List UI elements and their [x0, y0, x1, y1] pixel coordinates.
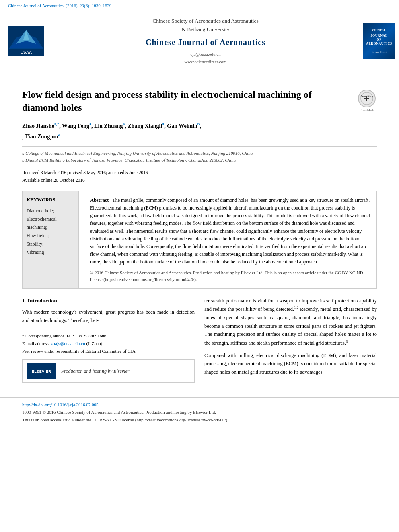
- mini-journal-cover: CHINESE JOURNAL OF AERONAUTICS Science D…: [363, 23, 395, 59]
- footer-doi[interactable]: http://dx.doi.org/10.1016/j.cja.2016.07.…: [22, 401, 377, 409]
- journal-title: Chinese Journal of Aeronautics: [146, 36, 265, 48]
- received-date: Received 8 March 2016; revised 3 May 201…: [22, 169, 377, 177]
- keyword-3: Flow fields;: [27, 232, 74, 240]
- crossmark-icon: CrossMark: [360, 92, 373, 105]
- col-right: ter stealth performance is vital for a w…: [204, 297, 377, 383]
- elsevier-section: ELSEVIER Production and hosting by Elsev…: [22, 359, 195, 383]
- keyword-5: Vibrating: [27, 248, 74, 257]
- paper-title: Flow field design and process stability …: [22, 88, 349, 114]
- two-col-body: 1. Introduction With modern technology's…: [22, 297, 377, 383]
- intro-para3: Compared with milling, electrical discha…: [204, 351, 377, 376]
- abstract-copyright: © 2016 Chinese Society of Aeronautics an…: [90, 269, 372, 283]
- keyword-2: Electrochemical machining;: [27, 215, 74, 232]
- society-name: Chinese Society of Aeronautics and Astro…: [152, 16, 259, 34]
- keyword-4: Stability;: [27, 240, 74, 249]
- elsevier-logo: ELSEVIER: [27, 363, 56, 379]
- affiliations: a College of Mechanical and Electrical E…: [22, 146, 377, 164]
- header-links: cja@buaa.edu.cn www.sciencedirect.com: [185, 51, 227, 66]
- abstract-text-box: Abstract The metal grille, commonly comp…: [85, 191, 376, 288]
- intro-para2: ter stealth performance is vital for a w…: [204, 297, 377, 347]
- svg-text:CSAA: CSAA: [20, 50, 31, 55]
- keyword-1: Diamond hole;: [27, 207, 74, 215]
- crossmark-badge[interactable]: CrossMark: [358, 90, 376, 107]
- csaa-logo-area: CSAA: [0, 12, 52, 70]
- abstract-body: The metal grille, commonly composed of a…: [90, 197, 370, 265]
- keywords-title: KEYWORDS: [27, 196, 74, 203]
- citation-text: Chinese Journal of Aeronautics, (2016), …: [0, 0, 399, 12]
- footnote-email-link[interactable]: zhajs@nuaa.edu.cn: [51, 341, 85, 346]
- section1-heading: 1. Introduction: [22, 297, 195, 305]
- header-center: Chinese Society of Aeronautics and Astro…: [52, 12, 359, 70]
- csaa-logo-svg: CSAA: [8, 26, 44, 56]
- header-right: CHINESE JOURNAL OF AERONAUTICS Science D…: [359, 12, 399, 70]
- footer-issn: 1000-9361 © 2016 Chinese Society of Aero…: [22, 409, 377, 416]
- col-left: 1. Introduction With modern technology's…: [22, 297, 195, 383]
- affil-b: b Digital ECM Building Laboratory of Jia…: [22, 157, 377, 164]
- affil-a: a College of Mechanical and Electrical E…: [22, 150, 377, 157]
- footnote-box: * Corresponding author. Tel.: +86 25 848…: [22, 329, 195, 355]
- keywords-box: KEYWORDS Diamond hole; Electrochemical m…: [23, 191, 79, 288]
- intro-para1: With modern technology's evolvement, gre…: [22, 308, 195, 325]
- crossmark-label: CrossMark: [360, 108, 374, 113]
- abstract-section: KEYWORDS Diamond hole; Electrochemical m…: [22, 191, 377, 289]
- top-citation-link[interactable]: Chinese Journal of Aeronautics, (2016), …: [0, 0, 399, 12]
- elsevier-icon: ELSEVIER: [29, 364, 53, 378]
- footnote-peer: Peer review under responsibility of Edit…: [22, 347, 195, 355]
- main-content: Flow field design and process stability …: [0, 70, 399, 391]
- elsevier-production-text: Production and hosting by Elsevier: [61, 368, 130, 375]
- header-banner: CSAA Chinese Society of Aeronautics and …: [0, 12, 399, 71]
- footer: http://dx.doi.org/10.1016/j.cja.2016.07.…: [0, 397, 399, 427]
- abstract-label: Abstract: [90, 197, 109, 203]
- paper-title-section: Flow field design and process stability …: [22, 88, 377, 114]
- crossmark-area[interactable]: CrossMark CrossMark: [357, 90, 377, 113]
- footer-open-access: This is an open access article under the…: [22, 416, 377, 424]
- footnote-star: * Corresponding author. Tel.: +86 25 848…: [22, 332, 195, 340]
- authors: Zhao Jianshea,*, Wang Fenga, Liu Zhuanga…: [22, 121, 377, 142]
- available-date: Available online 20 October 2016: [22, 177, 377, 185]
- doi-link[interactable]: http://dx.doi.org/10.1016/j.cja.2016.07.…: [22, 402, 99, 407]
- paper-dates: Received 8 March 2016; revised 3 May 201…: [22, 169, 377, 185]
- svg-text:ELSEVIER: ELSEVIER: [32, 370, 51, 374]
- footnote-email: E-mail address: zhajs@nuaa.edu.cn (J. Zh…: [22, 340, 195, 347]
